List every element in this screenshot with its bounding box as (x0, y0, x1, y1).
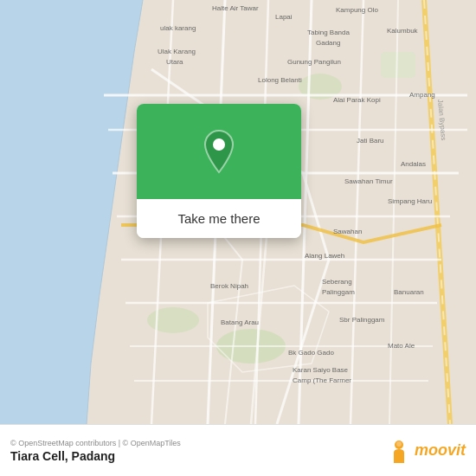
svg-text:Andalas: Andalas (401, 160, 426, 168)
svg-point-50 (213, 138, 225, 151)
popup-header (137, 104, 301, 199)
svg-text:Karan Saiyo Base: Karan Saiyo Base (293, 366, 349, 374)
svg-text:Ampang: Ampang (409, 91, 435, 99)
svg-text:Ulak Karang: Ulak Karang (158, 48, 196, 55)
svg-text:Palinggam: Palinggam (322, 288, 355, 296)
svg-point-3 (299, 74, 342, 100)
svg-line-17 (351, 0, 363, 424)
svg-text:Seberang: Seberang (322, 278, 352, 286)
svg-text:Banuaran: Banuaran (394, 288, 424, 296)
svg-point-2 (147, 307, 199, 333)
moovit-icon (387, 439, 411, 463)
svg-text:Halte Air Tawar: Halte Air Tawar (212, 4, 259, 12)
svg-text:ulak karang: ulak karang (160, 24, 196, 32)
svg-text:Camp (The Farmer: Camp (The Farmer (293, 376, 351, 384)
svg-text:Gunung Pangilun: Gunung Pangilun (287, 58, 341, 66)
moovit-logo[interactable]: moovit (387, 439, 466, 463)
attribution-text: © OpenStreetMap contributors | © OpenMap… (10, 439, 181, 447)
svg-text:Utara: Utara (166, 58, 183, 66)
popup-card: Take me there (137, 104, 301, 238)
svg-text:Sbr Palinggam: Sbr Palinggam (339, 316, 385, 324)
location-name: Tiara Cell, Padang (10, 449, 181, 463)
svg-text:Berok Nipah: Berok Nipah (210, 282, 248, 290)
svg-text:Gadang: Gadang (316, 39, 340, 47)
moovit-brand-text: moovit (415, 441, 466, 460)
svg-text:Kampung Olo: Kampung Olo (336, 6, 378, 14)
svg-text:Sawahan Timur: Sawahan Timur (344, 177, 393, 185)
svg-text:Alang Laweh: Alang Laweh (305, 252, 344, 260)
svg-text:Simpang Haru: Simpang Haru (388, 197, 432, 205)
svg-text:Kalumbuk: Kalumbuk (387, 27, 419, 35)
svg-line-18 (389, 0, 398, 424)
svg-text:Bk Gado Gado: Bk Gado Gado (288, 349, 334, 357)
svg-point-1 (216, 329, 286, 363)
svg-text:Batang Arau: Batang Arau (221, 318, 259, 326)
map-container: Halte Air Tawar Lapai Kampung Olo ulak k… (0, 0, 476, 424)
svg-text:Jalan Bypass: Jalan Bypass (436, 99, 447, 140)
svg-text:Tabing Banda: Tabing Banda (307, 29, 350, 36)
svg-rect-4 (381, 52, 415, 78)
bottom-bar: © OpenStreetMap contributors | © OpenMap… (0, 424, 476, 476)
svg-text:Mato Ale: Mato Ale (388, 342, 415, 350)
svg-text:Jati Baru: Jati Baru (357, 137, 384, 145)
svg-text:Lapai: Lapai (275, 13, 293, 21)
svg-text:Lolong Belanti: Lolong Belanti (258, 76, 302, 84)
svg-point-52 (396, 441, 402, 447)
bottom-left: © OpenStreetMap contributors | © OpenMap… (10, 439, 181, 463)
svg-text:Sawahan: Sawahan (333, 228, 362, 235)
svg-text:Alai Parak Kopi: Alai Parak Kopi (333, 96, 381, 104)
sea-area (0, 0, 156, 424)
location-pin-icon (200, 129, 238, 174)
take-me-there-button[interactable]: Take me there (137, 199, 301, 238)
